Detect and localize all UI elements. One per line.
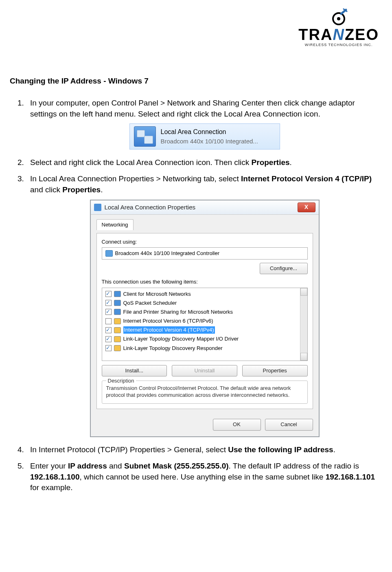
step-3-text-a: In Local Area Connection Properties > Ne… <box>30 174 241 183</box>
logo-glyph-icon <box>330 8 348 26</box>
component-icon <box>114 291 121 297</box>
lac-properties-dialog: Local Area Connection Properties X Netwo… <box>90 200 320 437</box>
component-icon <box>114 300 121 306</box>
step-2: Select and right click the Local Area Co… <box>26 157 379 168</box>
lac-title: Local Area Connection <box>161 128 258 136</box>
ok-button[interactable]: OK <box>213 419 261 430</box>
protocol-icon <box>114 327 121 333</box>
item-label: Internet Protocol Version 4 (TCP/IPv4) <box>123 326 215 334</box>
step-3-bold-2: Properties <box>62 185 101 194</box>
item-label: Client for Microsoft Networks <box>123 290 191 298</box>
step-4-text-a: In Internet Protocol (TCP/IP) Properties… <box>30 445 228 454</box>
list-item[interactable]: File and Printer Sharing for Microsoft N… <box>103 308 307 317</box>
checkbox-icon[interactable] <box>105 336 112 342</box>
brand-logo: TRANZEO WIRELESS TECHNOLOGIES INC. <box>10 8 379 48</box>
cancel-button[interactable]: Cancel <box>265 419 313 430</box>
step-2-text-c: . <box>290 158 292 167</box>
step-2-bold: Properties <box>252 158 290 167</box>
step-4-bold: Use the following IP address <box>228 445 333 454</box>
brand-tagline: WIRELESS TECHNOLOGIES INC. <box>298 43 379 47</box>
checkbox-icon[interactable] <box>105 327 112 333</box>
dialog-title-icon <box>94 204 101 211</box>
local-area-connection-item[interactable]: Local Area Connection Broadcom 440x 10/1… <box>129 123 280 150</box>
connect-using-label: Connect using: <box>102 238 308 246</box>
description-legend: Description <box>106 377 136 385</box>
step-5-g: , which cannot be used here. Use anythin… <box>80 473 326 481</box>
uses-items-label: This connection uses the following items… <box>102 278 308 286</box>
step-5-a: Enter your <box>30 462 68 470</box>
nic-icon <box>105 250 113 257</box>
step-3-text-c: and click <box>30 185 62 194</box>
network-adapter-icon <box>134 126 156 147</box>
component-icon <box>114 309 121 315</box>
step-3-text-e: . <box>101 185 103 194</box>
brand-name-pre: TRA <box>298 26 333 43</box>
list-item[interactable]: Internet Protocol Version 6 (TCP/IPv6) <box>103 317 307 326</box>
svg-point-1 <box>337 17 340 20</box>
item-label: QoS Packet Scheduler <box>123 299 177 307</box>
checkbox-icon[interactable] <box>105 345 112 351</box>
step-4-text-c: . <box>333 445 335 454</box>
description-text: Transmission Control Protocol/Internet P… <box>106 385 303 399</box>
page-title: Changing the IP Address - Windows 7 <box>10 77 379 86</box>
protocol-icon <box>114 318 121 324</box>
step-2-text-a: Select and right click the Local Area Co… <box>30 158 252 167</box>
protocol-icon <box>114 336 121 342</box>
item-label: Internet Protocol Version 6 (TCP/IPv6) <box>123 317 213 325</box>
scrollbar[interactable] <box>300 288 307 361</box>
step-5: Enter your IP address and Subnet Mask (2… <box>26 461 379 493</box>
step-5-d: Subnet Mask (255.255.255.0) <box>124 462 229 470</box>
configure-button[interactable]: Configure... <box>260 263 308 274</box>
dialog-titlebar[interactable]: Local Area Connection Properties X <box>91 200 319 215</box>
close-button[interactable]: X <box>298 202 315 212</box>
list-item[interactable]: Link-Layer Topology Discovery Responder <box>103 344 307 353</box>
scroll-up-button[interactable] <box>300 288 307 296</box>
item-label: Link-Layer Topology Discovery Responder <box>123 345 223 352</box>
brand-name-z: N <box>333 26 344 43</box>
item-label: File and Printer Sharing for Microsoft N… <box>123 308 233 316</box>
adapter-name: Broadcom 440x 10/100 Integrated Controll… <box>115 250 220 257</box>
checkbox-icon[interactable] <box>105 291 112 297</box>
uninstall-button: Uninstall <box>172 365 237 376</box>
lac-subtitle: Broadcom 440x 10/100 Integrated... <box>161 137 258 145</box>
list-item[interactable]: QoS Packet Scheduler <box>103 299 307 308</box>
step-3: In Local Area Connection Properties > Ne… <box>26 174 379 437</box>
step-5-b: IP address <box>68 462 107 470</box>
protocol-icon <box>114 345 121 351</box>
checkbox-icon[interactable] <box>105 318 112 324</box>
item-label: Link-Layer Topology Discovery Mapper I/O… <box>123 335 239 343</box>
properties-button[interactable]: Properties <box>242 365 308 376</box>
tab-networking[interactable]: Networking <box>96 219 134 230</box>
list-item[interactable]: Client for Microsoft Networks <box>103 290 307 299</box>
checkbox-icon[interactable] <box>105 300 112 306</box>
description-group: Description Transmission Control Protoco… <box>102 381 308 404</box>
step-5-f: 192.168.1.100 <box>30 473 80 481</box>
step-4: In Internet Protocol (TCP/IP) Properties… <box>26 444 379 455</box>
dialog-title: Local Area Connection Properties <box>105 203 195 211</box>
list-item-selected[interactable]: Internet Protocol Version 4 (TCP/IPv4) <box>103 326 307 334</box>
brand-name-post: ZEO <box>345 26 379 43</box>
list-item[interactable]: Link-Layer Topology Discovery Mapper I/O… <box>103 334 307 343</box>
step-5-h: 192.168.1.101 <box>326 473 375 481</box>
checkbox-icon[interactable] <box>105 309 112 315</box>
step-1-text: In your computer, open Control Panel > N… <box>30 99 355 118</box>
step-1: In your computer, open Control Panel > N… <box>26 98 379 150</box>
connection-items-list[interactable]: Client for Microsoft Networks QoS Packet… <box>102 288 308 361</box>
adapter-field[interactable]: Broadcom 440x 10/100 Integrated Controll… <box>102 247 308 260</box>
step-5-i: for example. <box>30 483 73 492</box>
install-button[interactable]: Install... <box>102 365 167 376</box>
step-3-bold-1: Internet Protocol Version 4 (TCP/IP) <box>241 174 372 183</box>
scroll-down-button[interactable] <box>300 353 307 361</box>
step-5-e: . The default IP address of the radio is <box>229 462 359 470</box>
step-5-c: and <box>107 462 124 470</box>
